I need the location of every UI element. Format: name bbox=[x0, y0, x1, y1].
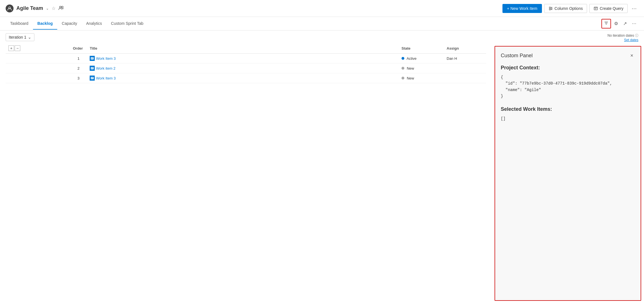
iteration-info: No iteration dates ⓘ Set dates bbox=[608, 33, 638, 42]
row-title: Work Item 3 bbox=[96, 56, 116, 61]
iteration-dropdown[interactable]: Iteration 1 ⌄ bbox=[6, 33, 34, 41]
work-item-icon bbox=[90, 66, 95, 71]
header: Agile Team ⌄ ☆ + New Work Item Column Op… bbox=[0, 0, 644, 17]
header-left: Agile Team ⌄ ☆ bbox=[6, 5, 502, 12]
members-icon[interactable] bbox=[58, 6, 64, 11]
row-assignee: Dan H bbox=[444, 54, 486, 63]
table-row: 2 Work item 2 New bbox=[6, 63, 486, 73]
svg-rect-15 bbox=[91, 69, 92, 69]
svg-rect-14 bbox=[91, 68, 93, 68]
selected-work-items-value: [] bbox=[501, 116, 635, 122]
no-iteration-dates: No iteration dates ⓘ bbox=[608, 33, 638, 38]
work-item-icon bbox=[90, 76, 95, 81]
row-state: New bbox=[399, 63, 444, 73]
row-state: New bbox=[399, 73, 444, 83]
col-header-order: + − bbox=[6, 43, 70, 54]
row-order: 1 bbox=[70, 54, 87, 63]
work-item-icon bbox=[90, 56, 95, 61]
col-header-assign: Assign bbox=[444, 43, 486, 54]
row-checkbox-cell bbox=[6, 54, 70, 63]
team-name: Agile Team bbox=[16, 5, 43, 11]
expand-button[interactable]: ↗ bbox=[621, 19, 629, 28]
favorite-icon[interactable]: ☆ bbox=[52, 6, 56, 11]
create-query-button[interactable]: Create Query bbox=[589, 4, 628, 13]
main-content: + − Order Title State Assign 1 bbox=[0, 43, 644, 304]
team-dropdown-icon[interactable]: ⌄ bbox=[46, 6, 49, 10]
tab-actions: ⚙ ↗ ⋯ bbox=[601, 19, 638, 28]
svg-rect-13 bbox=[91, 67, 94, 69]
tab-analytics[interactable]: Analytics bbox=[82, 18, 107, 30]
row-assignee bbox=[444, 63, 486, 73]
new-work-item-button[interactable]: + New Work Item bbox=[502, 4, 542, 13]
column-options-label: Column Options bbox=[555, 6, 583, 11]
state-label: New bbox=[407, 76, 414, 80]
row-state: Active bbox=[399, 54, 444, 63]
state-label: New bbox=[407, 66, 414, 70]
tab-backlog[interactable]: Backlog bbox=[33, 18, 57, 30]
iteration-chevron-icon: ⌄ bbox=[28, 35, 31, 39]
tab-capacity[interactable]: Capacity bbox=[57, 18, 81, 30]
tabs-more-button[interactable]: ⋯ bbox=[630, 19, 638, 28]
row-order: 2 bbox=[70, 63, 87, 73]
svg-point-3 bbox=[549, 7, 550, 8]
svg-rect-12 bbox=[91, 59, 92, 59]
panel-title: Custom Panel bbox=[501, 53, 533, 59]
col-header-order-label: Order bbox=[70, 43, 87, 54]
row-title-cell[interactable]: Work Item 3 bbox=[87, 54, 399, 63]
set-dates-link[interactable]: Set dates bbox=[608, 38, 638, 42]
state-dot bbox=[402, 77, 404, 79]
table-row: 3 Work Item 3 New bbox=[6, 73, 486, 83]
remove-row-button[interactable]: − bbox=[15, 45, 20, 51]
info-icon: ⓘ bbox=[635, 34, 638, 37]
table-area: + − Order Title State Assign 1 bbox=[0, 43, 492, 304]
svg-point-5 bbox=[549, 9, 550, 10]
toolbar-row: Iteration 1 ⌄ No iteration dates ⓘ Set d… bbox=[0, 30, 644, 43]
add-row-button[interactable]: + bbox=[8, 45, 14, 51]
row-assignee bbox=[444, 73, 486, 83]
svg-point-2 bbox=[61, 6, 63, 8]
header-more-button[interactable]: ⋯ bbox=[630, 4, 638, 13]
custom-panel: Custom Panel × Project Context: { "id": … bbox=[495, 46, 641, 301]
row-title-cell[interactable]: Work Item 3 bbox=[87, 73, 399, 83]
state-label: Active bbox=[407, 56, 416, 61]
row-order: 3 bbox=[70, 73, 87, 83]
filter-button[interactable] bbox=[601, 19, 611, 28]
state-dot bbox=[402, 67, 404, 70]
col-header-state: State bbox=[399, 43, 444, 54]
create-query-label: Create Query bbox=[600, 6, 623, 11]
row-title: Work Item 3 bbox=[96, 76, 116, 80]
panel-header: Custom Panel × bbox=[501, 52, 635, 59]
column-options-button[interactable]: Column Options bbox=[544, 4, 587, 13]
svg-rect-11 bbox=[91, 58, 93, 58]
row-checkbox-cell bbox=[6, 73, 70, 83]
row-title: Work item 2 bbox=[96, 66, 115, 70]
team-avatar bbox=[6, 5, 14, 12]
header-right: + New Work Item Column Options Create Qu… bbox=[502, 4, 638, 13]
iteration-label: Iteration 1 bbox=[9, 35, 26, 39]
project-context-json: { "id": "77b7e9bc-37d0-4771-839c-919d9dd… bbox=[501, 74, 635, 100]
backlog-table: + − Order Title State Assign 1 bbox=[6, 43, 486, 83]
tabs-bar: Taskboard Backlog Capacity Analytics Cus… bbox=[0, 17, 644, 30]
tab-custom-sprint[interactable]: Custom Sprint Tab bbox=[107, 18, 148, 30]
row-checkbox-cell bbox=[6, 63, 70, 73]
tab-taskboard[interactable]: Taskboard bbox=[6, 18, 33, 30]
svg-rect-6 bbox=[594, 7, 597, 10]
col-header-title: Title bbox=[87, 43, 399, 54]
svg-point-1 bbox=[59, 6, 61, 8]
state-dot bbox=[402, 57, 404, 60]
add-remove-buttons: + − bbox=[8, 45, 67, 51]
selected-work-items-label: Selected Work Items: bbox=[501, 106, 635, 112]
svg-rect-16 bbox=[91, 77, 94, 79]
row-title-cell[interactable]: Work item 2 bbox=[87, 63, 399, 73]
table-row: 1 Work Item 3 Active Dan H bbox=[6, 54, 486, 63]
svg-rect-10 bbox=[91, 57, 94, 59]
svg-point-4 bbox=[551, 8, 552, 9]
project-context-label: Project Context: bbox=[501, 65, 635, 71]
svg-rect-17 bbox=[91, 78, 93, 78]
panel-close-button[interactable]: × bbox=[628, 52, 635, 59]
settings-button[interactable]: ⚙ bbox=[612, 19, 620, 28]
svg-rect-18 bbox=[91, 78, 92, 79]
